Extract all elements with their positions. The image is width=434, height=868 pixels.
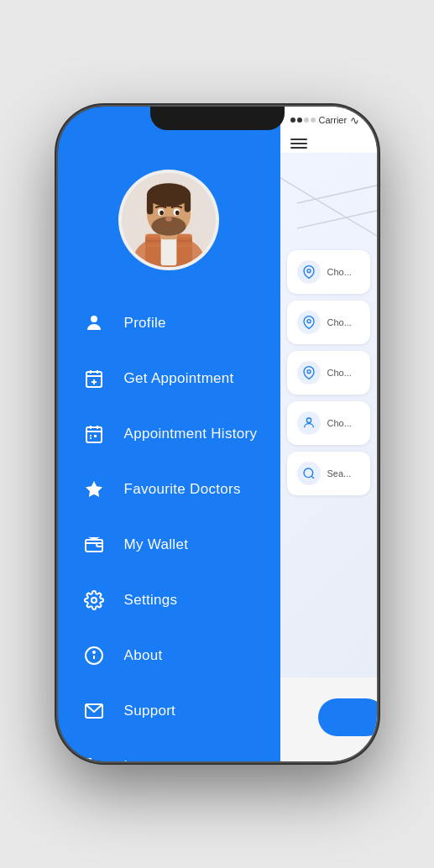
menu-item-favourite-doctors[interactable]: Favourite Doctors <box>58 462 280 517</box>
svg-point-46 <box>307 370 311 374</box>
avatar-section <box>58 153 280 291</box>
svg-point-45 <box>307 320 311 323</box>
menu-item-logout[interactable]: Logout <box>58 739 280 761</box>
gear-icon <box>79 585 109 615</box>
svg-point-48 <box>304 468 313 478</box>
svg-point-17 <box>165 217 171 222</box>
content-items: Cho... Cho... <box>280 242 377 504</box>
menu-item-support[interactable]: Support <box>58 683 280 739</box>
menu-panel: Profile <box>58 107 280 761</box>
menu-item-my-wallet[interactable]: My Wallet <box>58 517 280 573</box>
logout-icon <box>79 751 109 761</box>
hamburger-line-3 <box>290 147 307 149</box>
content-panel: Carrier ∿ <box>280 107 377 761</box>
svg-point-15 <box>159 211 164 216</box>
content-card-1[interactable]: Cho... <box>287 250 370 294</box>
menu-item-about[interactable]: About <box>58 628 280 683</box>
svg-rect-10 <box>147 195 153 214</box>
carrier-info: Carrier ∿ <box>290 114 360 127</box>
content-card-5[interactable]: Sea... <box>287 452 370 495</box>
card-text-2: Cho... <box>327 317 352 327</box>
info-icon <box>79 641 109 671</box>
menu-label-my-wallet: My Wallet <box>124 536 189 553</box>
content-card-3[interactable]: Cho... <box>287 351 370 395</box>
svg-point-16 <box>175 211 180 216</box>
menu-item-get-appointment[interactable]: Get Appointment <box>58 351 280 406</box>
hamburger-button[interactable] <box>290 139 307 149</box>
signal-dot-1 <box>290 118 295 123</box>
svg-point-34 <box>92 598 97 603</box>
card-text-4: Cho... <box>327 418 352 428</box>
avatar[interactable] <box>118 170 219 270</box>
card-text-3: Cho... <box>327 368 352 378</box>
card-text-5: Sea... <box>327 468 352 478</box>
phone-screen: Profile <box>58 107 377 761</box>
svg-point-47 <box>306 418 311 422</box>
card-icon-2 <box>297 311 321 334</box>
hamburger-line-2 <box>290 143 307 144</box>
svg-point-44 <box>307 269 311 273</box>
hamburger-line-1 <box>290 139 307 140</box>
menu-item-settings[interactable]: Settings <box>58 573 280 628</box>
svg-point-18 <box>91 316 97 322</box>
menu-label-profile: Profile <box>124 315 166 332</box>
card-icon-1 <box>297 260 321 284</box>
mail-icon <box>79 696 109 726</box>
signal-dot-4 <box>311 118 316 123</box>
action-button[interactable] <box>318 698 377 736</box>
phone-wrapper: Profile <box>0 0 434 868</box>
menu-label-logout: Logout <box>124 758 170 761</box>
card-icon-5 <box>297 462 321 485</box>
menu-item-profile[interactable]: Profile <box>58 295 280 351</box>
status-bar: Carrier ∿ <box>280 107 377 130</box>
person-icon <box>79 308 109 338</box>
menu-item-appointment-history[interactable]: Appointment History <box>58 406 280 462</box>
card-text-1: Cho... <box>327 267 352 277</box>
signal-dot-3 <box>304 118 309 123</box>
star-icon <box>79 474 109 505</box>
menu-label-favourite-doctors: Favourite Doctors <box>124 481 241 498</box>
svg-point-9 <box>147 183 191 207</box>
wifi-icon: ∿ <box>350 114 359 127</box>
calendar-add-icon <box>79 363 109 394</box>
menu-label-support: Support <box>124 703 176 719</box>
carrier-label: Carrier <box>319 115 348 125</box>
card-icon-4 <box>297 411 321 435</box>
svg-line-49 <box>311 476 314 478</box>
svg-rect-11 <box>185 195 191 212</box>
menu-label-about: About <box>124 647 163 664</box>
menu-label-settings: Settings <box>124 592 178 609</box>
calendar-history-icon <box>79 419 109 449</box>
content-card-2[interactable]: Cho... <box>287 301 370 344</box>
card-icon-3 <box>297 361 321 384</box>
svg-point-37 <box>93 651 95 653</box>
menu-label-appointment-history: Appointment History <box>124 426 258 442</box>
menu-items: Profile <box>58 291 280 761</box>
signal-dot-2 <box>297 118 302 123</box>
signal-dots <box>290 118 316 123</box>
content-card-4[interactable]: Cho... <box>287 401 370 445</box>
menu-label-get-appointment: Get Appointment <box>124 370 234 387</box>
wallet-icon <box>79 530 109 560</box>
phone-frame: Profile <box>58 107 377 761</box>
svg-line-41 <box>297 170 377 203</box>
svg-marker-31 <box>86 481 102 497</box>
notch <box>150 107 285 130</box>
